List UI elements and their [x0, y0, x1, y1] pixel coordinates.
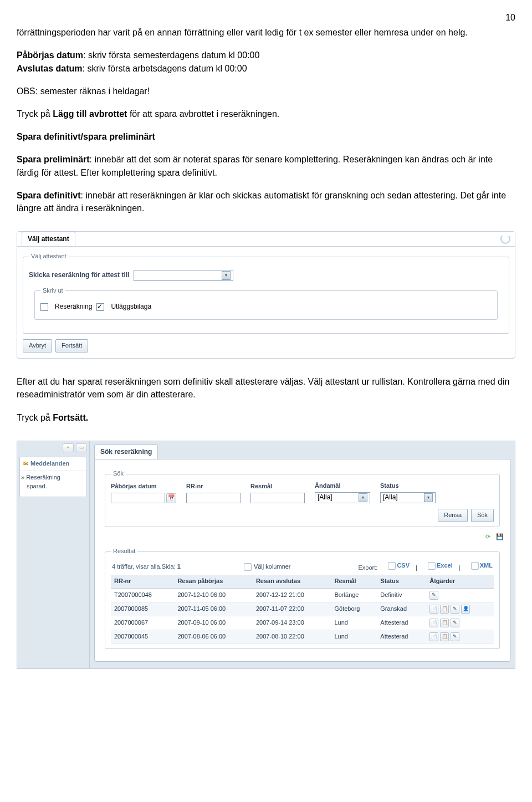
columns-icon — [244, 563, 252, 571]
export-csv-link[interactable]: CSV — [383, 561, 410, 570]
sidebar-message-line2: sparad. — [21, 482, 85, 491]
table-cell: Lund — [331, 630, 377, 643]
th-resmal[interactable]: Resmål — [331, 575, 377, 588]
legend-sok: Sök — [111, 469, 126, 478]
export-xml-link[interactable]: XML — [467, 561, 493, 570]
table-row[interactable]: 20070000852007-11-05 06:002007-11-07 22:… — [111, 602, 494, 616]
refresh-icon[interactable]: ⟳ — [483, 533, 492, 542]
paragraph-definitivt: Spara definitivt: innebär att reseräknin… — [17, 189, 515, 214]
copy-icon[interactable]: 📋 — [440, 605, 449, 614]
text-definitivt: : innebär att reseräkningen är klar och … — [17, 191, 506, 213]
table-cell: Granskad — [377, 602, 426, 616]
export-excel-link[interactable]: Excel — [423, 561, 453, 570]
checkbox-utlaggsbilaga[interactable] — [96, 303, 104, 311]
table-cell: Attesterad — [377, 616, 426, 630]
th-status[interactable]: Status — [377, 575, 426, 588]
table-cell: 2007000085 — [111, 602, 174, 616]
actions-cell: 📄📋✎ — [426, 630, 494, 643]
input-resmal[interactable] — [250, 493, 305, 503]
label-paborjas: Påbörjas datum — [17, 50, 83, 60]
lagg-till-label: Lägg till avbrottet — [53, 109, 127, 119]
input-paborjas-datum[interactable] — [111, 493, 165, 503]
export-links: Export: CSV | Excel | XML — [354, 561, 493, 573]
table-cell: 2007000067 — [111, 616, 174, 630]
export-icon[interactable]: 📄 — [429, 605, 438, 614]
actions-cell: 📄📋✎👤 — [426, 602, 494, 616]
table-row[interactable]: 20070000672007-09-10 06:002007-09-14 23:… — [111, 616, 494, 630]
paragraph-preliminart: Spara preliminärt: innebär att det som ä… — [17, 153, 515, 178]
export-icon[interactable]: 📄 — [429, 619, 438, 627]
table-row[interactable]: 20070000452007-08-06 06:002007-08-10 22:… — [111, 630, 494, 643]
tab-valj-attestant[interactable]: Välj attestant — [22, 232, 75, 246]
sidebar-hide-icon[interactable]: ▭ — [76, 443, 87, 452]
copy-icon[interactable]: 📋 — [440, 632, 449, 641]
header-paborjas-datum: Påbörjas datum — [111, 482, 176, 491]
select-andamal-value: [Alla] — [318, 493, 332, 502]
text-avslutas: : skriv första arbetsdagens datum kl 00:… — [83, 64, 247, 73]
paragraph-lagg-till: Tryck på Lägg till avbrottet för att spa… — [17, 108, 515, 120]
sok-button[interactable]: Sök — [471, 509, 494, 522]
edit-icon[interactable]: ✎ — [451, 605, 459, 614]
edit-icon[interactable]: ✎ — [451, 632, 459, 641]
paragraph-after: Efter att du har sparat reseräkningen so… — [17, 375, 515, 401]
message-icon: ✉ — [23, 459, 28, 468]
fieldset-valj-attestant: Välj attestant Skicka reseräkning för at… — [23, 252, 509, 334]
main-panel: Sök reseräkning Sök Påbörjas datum 📅 RR-… — [90, 441, 515, 668]
csv-icon — [388, 562, 396, 570]
copy-icon[interactable]: 📋 — [440, 619, 449, 627]
actions-cell: 📄📋✎ — [426, 616, 494, 630]
results-table: RR-nr Resan påbörjas Resan avslutas Resm… — [111, 575, 494, 644]
fieldset-sok: Sök Påbörjas datum 📅 RR-nr Resmål Ändamå… — [105, 469, 500, 527]
loading-spinner-icon — [500, 234, 510, 244]
actions-cell: ✎ — [426, 588, 494, 602]
table-cell: Göteborg — [331, 602, 377, 616]
table-cell: 2007-11-07 22:00 — [253, 602, 331, 616]
fortsatt-button[interactable]: Fortsätt — [55, 339, 88, 353]
th-resan-paborjas[interactable]: Resan påbörjas — [174, 575, 253, 588]
user-icon[interactable]: 👤 — [461, 605, 470, 614]
table-cell: 2007-11-05 06:00 — [174, 602, 253, 616]
calendar-icon[interactable]: 📅 — [166, 493, 176, 503]
th-rr-nr[interactable]: RR-nr — [111, 575, 174, 588]
xml-icon — [471, 562, 479, 570]
edit-icon[interactable]: ✎ — [429, 591, 438, 600]
table-row[interactable]: T20070000482007-12-10 06:002007-12-12 21… — [111, 588, 494, 602]
th-atgarder[interactable]: Åtgärder — [426, 575, 494, 588]
table-cell: 2007-09-14 23:00 — [253, 616, 331, 630]
attestant-select[interactable]: ▾ — [134, 270, 233, 281]
table-cell: Attesterad — [377, 630, 426, 643]
table-cell: Lund — [331, 616, 377, 630]
avbryt-button[interactable]: Avbryt — [23, 339, 52, 353]
checkbox-reserakning[interactable] — [40, 303, 48, 311]
tab-sok-reserakning[interactable]: Sök reseräkning — [94, 445, 158, 459]
paragraph-press-fortsatt: Tryck på Fortsätt. — [17, 411, 515, 424]
text-prefix: Tryck på — [17, 109, 53, 119]
table-cell: 2007-08-06 06:00 — [174, 630, 253, 643]
input-rr-nr[interactable] — [186, 493, 241, 503]
rensa-button[interactable]: Rensa — [438, 509, 468, 522]
select-andamal[interactable]: [Alla]▾ — [315, 492, 370, 503]
select-status-value: [Alla] — [383, 493, 398, 502]
press-prefix: Tryck på — [17, 413, 53, 422]
table-cell: 2007-12-12 21:00 — [253, 588, 331, 602]
edit-icon[interactable]: ✎ — [451, 619, 459, 627]
select-status[interactable]: [Alla]▾ — [380, 492, 436, 503]
sidebar-message-line1: » Reseräkning — [21, 473, 85, 482]
valj-kolumner-link[interactable]: Välj kolumner — [244, 563, 291, 571]
label-definitivt: Spara definitivt — [17, 191, 81, 200]
sidebar: « ▭ ✉Meddelanden » Reseräkning sparad. — [17, 441, 90, 668]
table-cell: 2007-09-10 06:00 — [174, 616, 253, 630]
save-icon[interactable]: 💾 — [495, 533, 504, 542]
export-icon[interactable]: 📄 — [429, 632, 438, 641]
text-paborjas: : skriv första semesterdagens datum kl 0… — [83, 50, 259, 60]
header-status: Status — [380, 482, 436, 491]
th-resan-avslutas[interactable]: Resan avslutas — [253, 575, 331, 588]
chevron-down-icon: ▾ — [424, 493, 433, 502]
table-cell: Borlänge — [331, 588, 377, 602]
sidebar-chevron-icon[interactable]: « — [63, 443, 74, 452]
table-cell: 2007-08-10 22:00 — [253, 630, 331, 643]
table-cell: 2007-12-10 06:00 — [174, 588, 253, 602]
intro-paragraph: förrättningsperioden har varit på en ann… — [17, 26, 515, 39]
label-cb-utlagg: Utläggsbilaga — [111, 302, 151, 311]
export-label: Export: — [358, 564, 377, 571]
